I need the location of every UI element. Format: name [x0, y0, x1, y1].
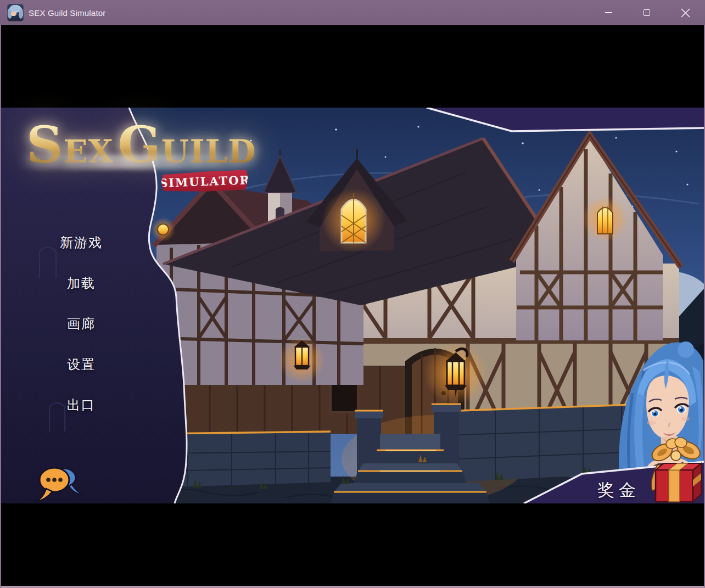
main-menu: 新游戏 加载 画廊 设置 出口 [1, 236, 161, 439]
bonus-label: 奖金 [597, 479, 640, 502]
game-viewport: SEX GUILD SIMULATOR 新游戏 加载 画廊 设置 出口 [0, 25, 705, 588]
gift-icon [648, 437, 705, 508]
maximize-button[interactable] [634, 0, 659, 25]
chat-button[interactable] [32, 456, 83, 506]
close-icon [681, 8, 690, 18]
left-lantern [279, 337, 325, 383]
menu-item-exit[interactable]: 出口 [1, 398, 161, 412]
logo-subtitle: SIMULATOR [159, 173, 251, 190]
logo-word-sex: SEX [26, 115, 114, 181]
menu-item-load[interactable]: 加载 [1, 276, 161, 290]
door-lantern [424, 341, 488, 405]
app-icon [8, 4, 23, 21]
maximize-icon [644, 9, 650, 16]
minimize-icon [605, 12, 612, 13]
minimize-button[interactable] [596, 0, 621, 25]
window-controls [596, 0, 705, 25]
menu-item-settings[interactable]: 设置 [1, 357, 161, 372]
menu-item-new-game[interactable]: 新游戏 [1, 236, 161, 250]
close-button[interactable] [673, 0, 698, 25]
chat-icon [32, 456, 83, 506]
titlebar: SEX Guild Simulator [0, 0, 705, 25]
game-screen: SEX GUILD SIMULATOR 新游戏 加载 画廊 设置 出口 [1, 108, 704, 503]
app-window: SEX Guild Simulator [0, 0, 705, 588]
menu-item-gallery[interactable]: 画廊 [1, 317, 161, 331]
bonus-button[interactable]: 奖金 [572, 437, 704, 508]
window-title: SEX Guild Simulator [29, 8, 106, 18]
